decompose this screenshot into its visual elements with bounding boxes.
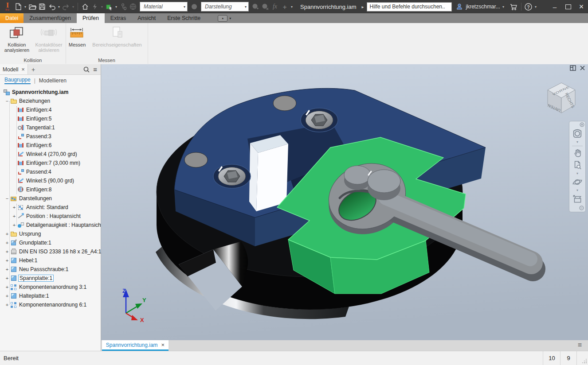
ribbon-tab-datei[interactable]: Datei: [0, 13, 24, 23]
white-highlight-cube[interactable]: [249, 135, 288, 211]
socket-head-screw[interactable]: [213, 164, 251, 188]
tree-item-root[interactable]: Spannvorrichtung.iam: [0, 88, 101, 97]
zoom-button[interactable]: [569, 160, 585, 171]
tree-item[interactable]: +Neu Passschraube:1: [0, 265, 101, 274]
zoom-caret-icon[interactable]: ▾: [569, 172, 585, 175]
title-bar: I RO ▾ ▾ ▾ ▾ ▾ Material ▾ Darstellung ▾ …: [0, 0, 588, 13]
undo-caret-icon[interactable]: ▾: [57, 5, 61, 9]
button-label: Messen: [67, 42, 88, 47]
material-combobox[interactable]: Material ▾: [140, 2, 188, 12]
close-viewport-icon[interactable]: [580, 65, 585, 71]
tab-menu-icon[interactable]: ≡: [578, 341, 582, 349]
tree-item-label: Einfügen:6: [26, 142, 51, 148]
tree-item[interactable]: Einfügen:6: [0, 141, 101, 150]
tree-item[interactable]: +Komponentenanordnung 3:1: [0, 283, 101, 291]
tree-item[interactable]: Passend:4: [0, 167, 101, 176]
view-baugruppe[interactable]: Baugruppe: [4, 77, 31, 84]
viewport-3d[interactable]: VORNE UNTEN RECHTS ▾ ▾ ▾ Z Y X: [101, 64, 588, 340]
customize-qat-caret-icon[interactable]: ▾: [290, 5, 294, 9]
ribbon-tab-zusammenfuegen[interactable]: Zusammenfügen: [24, 13, 77, 23]
add-browser-tab-button[interactable]: +: [31, 66, 35, 73]
help-button[interactable]: ?: [524, 1, 533, 12]
new-file-button[interactable]: [13, 1, 23, 12]
maximize-button[interactable]: [561, 0, 575, 13]
wheel-caret-icon[interactable]: ▾: [569, 140, 585, 144]
appearance-combobox[interactable]: Darstellung ▾: [201, 2, 249, 12]
close-icon[interactable]: ×: [21, 66, 25, 73]
undo-button[interactable]: [47, 1, 57, 12]
tree-item[interactable]: +Komponentenanordnung 6:1: [0, 300, 101, 309]
tree-item[interactable]: Tangential:1: [0, 123, 101, 132]
new-file-caret-icon[interactable]: ▾: [23, 5, 27, 9]
socket-head-screw[interactable]: [301, 108, 338, 132]
dowel-pin[interactable]: [184, 152, 208, 167]
orbit-button[interactable]: [569, 177, 585, 187]
tree-item[interactable]: Einfügen:7 (3,000 mm): [0, 159, 101, 167]
navbar-close-icon[interactable]: [580, 122, 584, 127]
tree-item[interactable]: Winkel:5 (90,00 grd): [0, 176, 101, 185]
ribbon-tab-ansicht[interactable]: Ansicht: [132, 13, 161, 23]
insert-constraint-icon: [18, 107, 24, 113]
tree-item[interactable]: +Detailgenauigkeit : Hauptansicht: [0, 221, 101, 229]
dowel-pin[interactable]: [273, 96, 296, 111]
mate-constraint-icon: [18, 169, 24, 175]
tree-item[interactable]: +Hebel:1: [0, 256, 101, 265]
pan-button[interactable]: [569, 148, 585, 159]
open-button[interactable]: [27, 1, 37, 12]
close-button[interactable]: ×: [575, 0, 588, 13]
tree-item[interactable]: Einfügen:4: [0, 105, 101, 114]
search-icon[interactable]: [83, 66, 90, 73]
app-store-cart-icon[interactable]: [509, 1, 519, 12]
save-button[interactable]: [37, 1, 47, 12]
tree-item[interactable]: +Grundplatte:1: [0, 238, 101, 247]
redo-caret-icon: ▾: [71, 5, 75, 9]
select-caret-icon[interactable]: ▾: [114, 5, 118, 9]
app-logo[interactable]: I RO: [2, 1, 13, 12]
insert-constraint-icon: [18, 160, 24, 166]
expand-arrow-icon[interactable]: ▸: [362, 4, 364, 9]
user-caret-icon[interactable]: ▾: [501, 5, 506, 9]
help-search-input[interactable]: [367, 2, 452, 12]
select-button[interactable]: [104, 1, 114, 12]
navigation-bar[interactable]: ▾ ▾ ▾: [569, 121, 586, 212]
look-at-button[interactable]: [569, 194, 585, 204]
tangential-constraint-icon: [18, 124, 24, 131]
analyze-collision-button[interactable]: Kollision analysieren: [1, 24, 32, 53]
split-window-icon[interactable]: [570, 65, 576, 71]
tree-item[interactable]: Einfügen:8: [0, 185, 101, 194]
signed-in-user[interactable]: jkretzschmar...: [466, 4, 500, 10]
navbar-minimize-icon[interactable]: [569, 206, 585, 210]
tree-item[interactable]: +DIN EN ISO 2338 16 h8 x 26_A4:1: [0, 247, 101, 256]
tree-item[interactable]: +Halteplatte:1: [0, 291, 101, 300]
help-caret-icon[interactable]: ▾: [533, 5, 538, 9]
app-logo-sub: RO: [5, 8, 10, 11]
minimize-button[interactable]: –: [548, 0, 561, 13]
ribbon-tab-extras[interactable]: Extras: [105, 13, 132, 23]
user-icon[interactable]: [455, 1, 464, 12]
document-tab-active[interactable]: Spannvorrichtung.iam ×: [102, 340, 169, 351]
view-modellieren[interactable]: Modellieren: [39, 78, 67, 84]
close-icon[interactable]: ×: [161, 342, 165, 348]
ribbon-collapse-button[interactable]: ▴ ▾: [218, 13, 231, 23]
appearance-value: Darstellung: [205, 4, 243, 10]
measure-button[interactable]: Messen: [67, 24, 88, 47]
tree-item[interactable]: Winkel:4 (270,00 grd): [0, 150, 101, 159]
browser-menu-icon[interactable]: ≡: [93, 67, 97, 72]
navigation-wheel-button[interactable]: [569, 128, 585, 139]
home-button[interactable]: [80, 1, 90, 12]
tree-item[interactable]: +Position : Hauptansicht: [0, 212, 101, 221]
browser-tab-model[interactable]: Modell ×: [0, 64, 28, 74]
tree-item-selected[interactable]: +Spannplatte:1: [0, 274, 101, 283]
resize-grip[interactable]: [581, 358, 587, 363]
tree-item[interactable]: Einfügen:5: [0, 114, 101, 123]
ribbon-tab-erste-schritte[interactable]: Erste Schritte: [161, 13, 206, 23]
tree-item[interactable]: −Darstellungen: [0, 194, 101, 203]
tree-item[interactable]: −Beziehungen: [0, 97, 101, 105]
view-cube[interactable]: VORNE UNTEN RECHTS: [544, 80, 579, 116]
ribbon-tab-pruefen[interactable]: Prüfen: [77, 13, 105, 23]
tree-item[interactable]: +Ursprung: [0, 229, 101, 238]
orbit-caret-icon[interactable]: ▾: [569, 189, 585, 192]
tree-item[interactable]: Passend:3: [0, 132, 101, 141]
ribbon-collapse-caret-icon: ▾: [229, 16, 231, 20]
tree-item[interactable]: +Ansicht: Standard: [0, 203, 101, 212]
